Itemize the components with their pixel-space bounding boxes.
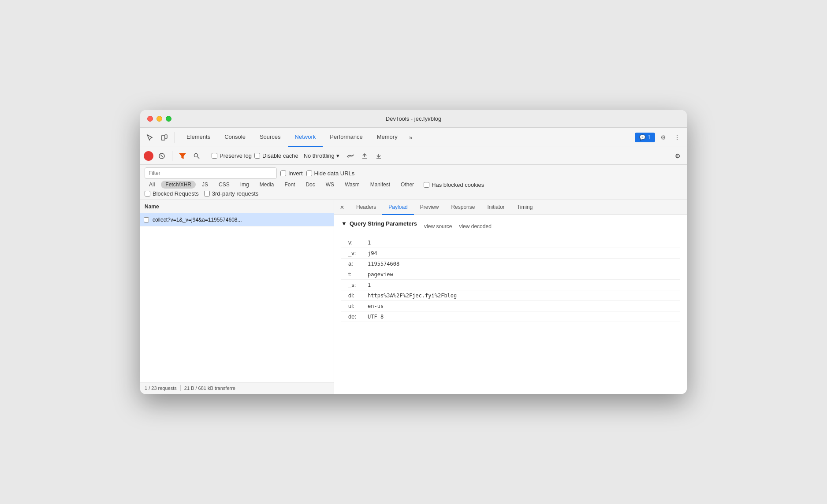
settings-button[interactable]: ⚙ [657, 131, 669, 144]
messages-badge-button[interactable]: 💬 1 [635, 133, 655, 142]
search-button[interactable] [191, 150, 202, 162]
request-row[interactable]: collect?v=1&_v=j94&a=1195574608... [140, 213, 334, 226]
detail-tab-payload[interactable]: Payload [382, 200, 414, 215]
payload-params-list: v: 1 _v: j94 a: 1195574608 t: pageview [341, 237, 680, 322]
param-value-v: 1 [368, 240, 371, 246]
tab-memory[interactable]: Memory [370, 128, 405, 147]
network-toolbar: Preserve log Disable cache No throttling… [140, 147, 687, 165]
detail-tabs: × Headers Payload Preview Response Initi… [334, 200, 687, 215]
collapse-icon[interactable]: ▼ [341, 220, 347, 227]
detail-tab-timing[interactable]: Timing [511, 200, 539, 215]
preserve-log-checkbox[interactable] [212, 153, 217, 159]
param-_s: _s: 1 [341, 280, 680, 290]
invert-label[interactable]: Invert [280, 170, 303, 177]
requests-header: Name [140, 200, 334, 213]
chip-font[interactable]: Font [280, 181, 299, 189]
close-button[interactable] [147, 116, 153, 122]
blocked-requests-label[interactable]: Blocked Requests [145, 190, 199, 197]
detail-panel: × Headers Payload Preview Response Initi… [334, 200, 687, 394]
payload-actions: view source view decoded [424, 223, 492, 230]
detail-content: ▼ Query String Parameters view source vi… [334, 215, 687, 394]
preserve-log-label[interactable]: Preserve log [212, 152, 252, 159]
chip-manifest[interactable]: Manifest [366, 181, 395, 189]
toolbar-right: 💬 1 ⚙ ⋮ [635, 131, 683, 144]
param-t: t: pageview [341, 269, 680, 280]
param-a: a: 1195574608 [341, 259, 680, 269]
has-blocked-cookies-label[interactable]: Has blocked cookies [424, 182, 484, 188]
chip-wasm[interactable]: Wasm [340, 181, 364, 189]
view-source-link[interactable]: view source [424, 223, 452, 230]
chip-other[interactable]: Other [396, 181, 418, 189]
detail-tab-initiator[interactable]: Initiator [481, 200, 510, 215]
detail-tab-response[interactable]: Response [445, 200, 481, 215]
chip-media[interactable]: Media [255, 181, 279, 189]
tab-network[interactable]: Network [288, 128, 323, 147]
invert-checkbox[interactable] [280, 170, 286, 176]
import-button[interactable] [359, 150, 370, 162]
chip-doc[interactable]: Doc [301, 181, 319, 189]
chip-fetch-xhr[interactable]: Fetch/XHR [161, 181, 196, 189]
disable-cache-checkbox[interactable] [254, 153, 260, 159]
more-tabs-button[interactable]: » [405, 131, 417, 144]
requests-panel: Name collect?v=1&_v=j94&a=1195574608... … [140, 200, 334, 394]
record-button[interactable] [144, 151, 153, 161]
param-value-de: UTF-8 [368, 314, 384, 320]
third-party-checkbox[interactable] [204, 191, 210, 196]
param-key-a: a: [348, 260, 366, 267]
param-dl: dl: https%3A%2F%2Fjec.fyi%2Fblog [341, 290, 680, 301]
device-toggle-button[interactable] [158, 131, 170, 144]
requests-status: 1 / 23 requests 21 B / 681 kB transferre [140, 382, 334, 394]
has-blocked-cookies-checkbox[interactable] [424, 182, 429, 188]
param-v: v: 1 [341, 237, 680, 248]
third-party-label[interactable]: 3rd-party requests [204, 190, 259, 197]
network-settings-button[interactable]: ⚙ [672, 150, 683, 162]
inspect-element-button[interactable] [144, 131, 156, 144]
filter-icon-button[interactable] [177, 150, 188, 162]
maximize-button[interactable] [166, 116, 171, 122]
gear-icon: ⚙ [660, 134, 666, 141]
export-button[interactable] [373, 150, 384, 162]
blocked-requests-checkbox[interactable] [145, 191, 150, 196]
detail-tab-headers[interactable]: Headers [350, 200, 382, 215]
toolbar-separator-1 [175, 132, 175, 143]
throttle-select[interactable]: No throttling ▾ [301, 152, 342, 160]
view-decoded-link[interactable]: view decoded [459, 223, 491, 230]
hide-data-urls-checkbox[interactable] [306, 170, 312, 176]
chip-ws[interactable]: WS [321, 181, 339, 189]
more-vert-icon: ⋮ [674, 134, 680, 141]
tab-console[interactable]: Console [217, 128, 253, 147]
filter-chips-row: All Fetch/XHR JS CSS Img Media Font Doc … [145, 181, 682, 189]
network-conditions-button[interactable] [345, 150, 356, 162]
param-key-dl: dl: [348, 292, 366, 299]
devtools-window: DevTools - jec.fyi/blog Elements Console… [140, 110, 687, 394]
filter-input[interactable] [145, 167, 277, 179]
disable-cache-label[interactable]: Disable cache [254, 152, 298, 159]
param-key-_v: _v: [348, 250, 366, 256]
tab-elements[interactable]: Elements [179, 128, 217, 147]
filter-row-3: Blocked Requests 3rd-party requests [145, 190, 682, 197]
chip-all[interactable]: All [145, 181, 159, 189]
net-separator-2 [207, 151, 207, 161]
query-string-title: ▼ Query String Parameters [341, 220, 417, 227]
clear-button[interactable] [156, 150, 168, 162]
customize-button[interactable]: ⋮ [671, 131, 683, 144]
chip-img[interactable]: Img [236, 181, 253, 189]
param-ul: ul: en-us [341, 301, 680, 311]
param-value-dl: https%3A%2F%2Fjec.fyi%2Fblog [368, 293, 457, 299]
chip-css[interactable]: CSS [214, 181, 234, 189]
tab-performance[interactable]: Performance [323, 128, 369, 147]
detail-tab-preview[interactable]: Preview [414, 200, 445, 215]
requests-list: collect?v=1&_v=j94&a=1195574608... [140, 213, 334, 382]
hide-data-urls-label[interactable]: Hide data URLs [306, 170, 355, 177]
minimize-button[interactable] [156, 116, 162, 122]
close-detail-button[interactable]: × [336, 201, 348, 214]
request-checkbox[interactable] [144, 217, 149, 222]
tab-sources[interactable]: Sources [253, 128, 288, 147]
param-value-_s: 1 [368, 282, 371, 288]
chip-js[interactable]: JS [197, 181, 212, 189]
svg-rect-0 [161, 136, 165, 140]
filter-bar: Invert Hide data URLs All Fetch/XHR JS C… [140, 165, 687, 200]
settings-icon: ⚙ [675, 152, 681, 159]
nav-toolbar: Elements Console Sources Network Perform… [140, 128, 687, 147]
main-content: Name collect?v=1&_v=j94&a=1195574608... … [140, 200, 687, 394]
